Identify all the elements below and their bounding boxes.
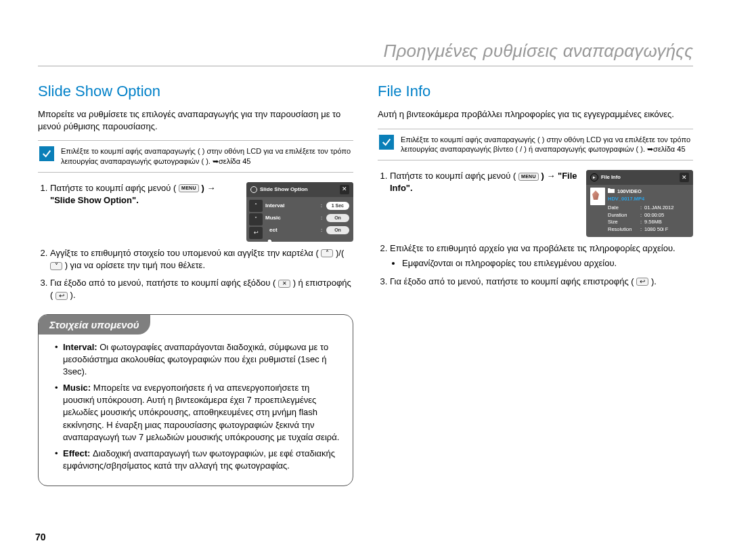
kv-size: Size:9.56MB (608, 219, 688, 226)
lcd-row-label: Music (265, 214, 318, 221)
submenu-desc: Οι φωτογραφίες αναπαράγονται διαδοχικά, … (63, 342, 328, 376)
note-box-fileinfo: Επιλέξτε το κουμπί αφής αναπαραγωγής ( )… (378, 129, 693, 161)
lcd-row-effect: ect: On (265, 224, 349, 236)
check-icon (379, 135, 394, 150)
folder-name: 100VIDEO (617, 188, 642, 196)
folder-row: 100VIDEO (608, 188, 688, 196)
lcd-row-music: Music: On (265, 212, 349, 224)
lcd-row-value: On (326, 214, 349, 222)
submenu-item-music: • Music: Μπορείτε να ενεργοποιήσετε ή να… (55, 382, 340, 444)
lcd-down-button: ˅ (249, 213, 263, 225)
step-2-text-c: ) για να ορίσετε την τιμή που θέλετε. (65, 260, 205, 270)
step-2-text: Επιλέξτε το επιθυμητό αρχείο για να προβ… (390, 243, 675, 253)
note-text: Επιλέξτε το κουμπί αφής αναπαραγωγής ( )… (61, 146, 352, 167)
step-3-text-a: Για έξοδο από το μενού, πατήστε το κουμπ… (50, 278, 275, 288)
down-icon (50, 262, 62, 270)
step-1-text-a: Πατήστε το κουμπί αφής μενού ( (390, 171, 516, 181)
section-title-slideshow: Slide Show Option (38, 83, 353, 100)
submenu-desc: Μπορείτε να ενεργοποιήσετε ή να απενεργο… (63, 383, 339, 442)
submenu-box: Στοιχεία υπομενού • Interval: Οι φωτογρα… (38, 314, 353, 487)
up-icon (321, 249, 333, 257)
menu-button-icon: MENU (179, 184, 199, 192)
close-icon (278, 280, 290, 288)
close-icon: ✕ (340, 185, 349, 194)
submenu-label: Effect: (63, 448, 90, 458)
page-number: 70 (35, 532, 46, 542)
lcd-preview-slideshow: Slide Show Option ✕ ˄ ˅ ↩ Inter (246, 182, 353, 242)
step-3-text-a: Για έξοδο από το μενού, πατήστε το κουμπ… (390, 276, 634, 286)
step-2-sublist: Εμφανίζονται οι πληροφορίες του επιλεγμέ… (390, 257, 693, 270)
check-icon (39, 146, 54, 161)
lcd-row-value: 1 Sec (326, 202, 349, 210)
steps-fileinfo: Πατήστε το κουμπί αφής μενού ( MENU ) → … (378, 170, 693, 288)
play-mode-icon: ▸ (590, 173, 598, 181)
folder-icon (608, 188, 615, 196)
lcd-title: Slide Show Option (260, 186, 308, 193)
chapter-title: Προηγμένες ρυθμίσεις αναπαραγωγήςς (38, 41, 693, 66)
close-icon: ✕ (680, 173, 689, 182)
lcd-up-button: ˄ (249, 200, 263, 212)
lcd-row-interval: Interval: 1 Sec (265, 200, 349, 212)
kv-duration: Duration:00:00:05 (608, 212, 688, 219)
left-column: Slide Show Option Μπορείτε να ρυθμίσετε … (38, 83, 353, 486)
note-text: Επιλέξτε το κουμπί αφής αναπαραγωγής ( )… (401, 135, 692, 155)
right-column: File Info Αυτή η βιντεοκάμερα προβάλλει … (378, 83, 693, 486)
note-box-slideshow: Επιλέξτε το κουμπί αφής αναπαραγωγής ( )… (38, 140, 353, 173)
submenu-desc: Διαδοχική αναπαραγωγή των φωτογραφιών, μ… (63, 448, 335, 471)
file-thumbnail (590, 188, 605, 205)
lcd-title: File Info (601, 174, 621, 181)
step-3-text-c: ). (70, 290, 76, 300)
intro-fileinfo: Αυτή η βιντεοκάμερα προβάλλει πληροφορίε… (378, 108, 693, 121)
submenu-item-effect: • Effect: Διαδοχική αναπαραγωγή των φωτο… (55, 448, 340, 472)
kv-resolution: Resolution:1080 50i F (608, 226, 688, 234)
submenu-label: Music: (63, 383, 91, 393)
lcd-preview-fileinfo: ▸ File Info ✕ 100VIDEO (586, 170, 693, 237)
lcd-return-button: ↩ (249, 227, 263, 239)
intro-slideshow: Μπορείτε να ρυθμίσετε τις επιλογές αναπα… (38, 108, 353, 132)
gear-icon (250, 186, 257, 193)
steps-slideshow: Πατήστε το κουμπί αφής μενού ( MENU ) → … (38, 182, 353, 302)
return-icon (56, 292, 68, 300)
lcd-row-value: On (326, 226, 349, 234)
step-3-text-b: ). (651, 276, 657, 286)
step-2-text-b: )/( (336, 248, 344, 258)
return-icon (636, 278, 648, 286)
section-title-fileinfo: File Info (378, 83, 693, 100)
lcd-row-label: Interval (265, 202, 318, 209)
step-1-text-a: Πατήστε το κουμπί αφής μενού ( (50, 183, 176, 193)
step-2-bullet: Εμφανίζονται οι πληροφορίες του επιλεγμέ… (402, 257, 693, 270)
kv-date: Date:01.JAN.2012 (608, 204, 688, 212)
step-2-text-a: Αγγίξτε το επιθυμητό στοιχείο του υπομεν… (50, 248, 319, 258)
submenu-item-interval: • Interval: Οι φωτογραφίες αναπαράγονται… (55, 341, 340, 379)
file-name: HDV_0017.MP4 (608, 196, 644, 203)
submenu-label: Interval: (63, 342, 97, 352)
file-row: HDV_0017.MP4 (608, 196, 688, 203)
submenu-heading: Στοιχεία υπομενού (39, 315, 150, 335)
menu-button-icon: MENU (518, 173, 539, 181)
